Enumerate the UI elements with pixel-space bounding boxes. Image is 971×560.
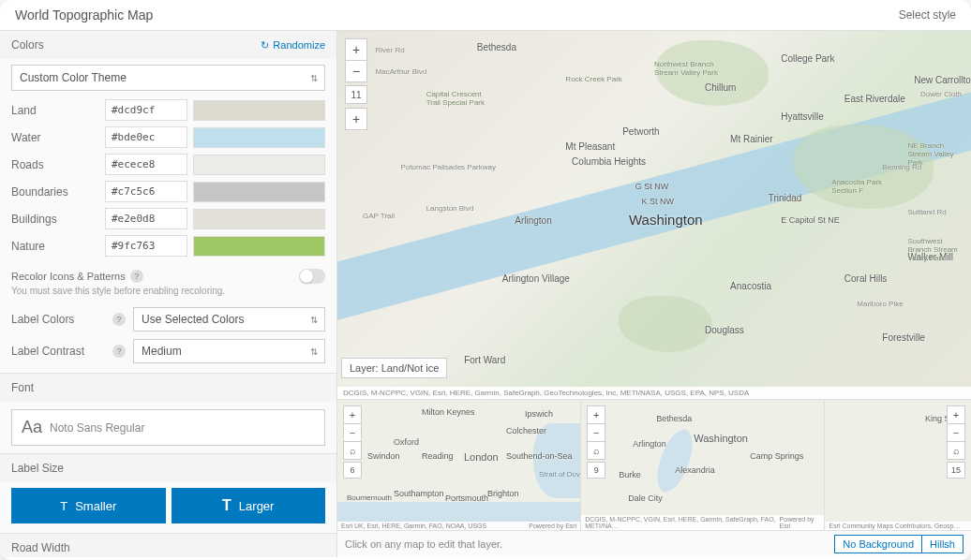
label-colors-label: Label Colors xyxy=(11,313,105,326)
color-swatch[interactable] xyxy=(193,236,325,257)
map-label: Oxford xyxy=(394,437,419,447)
road-width-section-title: Road Width xyxy=(11,541,70,554)
map-label: Bethesda xyxy=(656,414,692,423)
map-label: Anacostia xyxy=(730,281,771,291)
expand-button[interactable]: + xyxy=(345,108,367,130)
search-button[interactable]: ⌕ xyxy=(343,441,362,460)
help-icon[interactable]: ? xyxy=(112,345,126,358)
no-background-button[interactable]: No Background xyxy=(834,535,922,553)
park-shape xyxy=(619,296,712,352)
map-attribution: DCGIS, M-NCPPC, VGIN, Esri, HERE, Garmin… xyxy=(337,387,971,399)
map-label: Bournemouth xyxy=(347,494,392,502)
recolor-label: Recolor Icons & Patterns xyxy=(11,271,126,282)
zoom-in-button[interactable]: + xyxy=(343,405,362,424)
map-attribution: Esri UK, Esri, HERE, Garmin, FAO, NOAA, … xyxy=(341,523,486,529)
select-style-link[interactable]: Select style xyxy=(899,8,956,22)
color-hex-input[interactable] xyxy=(105,99,187,121)
mini-map-2[interactable]: Washington Arlington Alexandria Burke Da… xyxy=(581,400,825,530)
search-button[interactable]: ⌕ xyxy=(947,441,965,460)
map-label: E Capitol St NE xyxy=(781,215,840,225)
map-label: Douglass xyxy=(705,325,744,335)
recolor-toggle[interactable] xyxy=(299,269,325,284)
randomize-button[interactable]: ↻ Randomize xyxy=(261,39,325,52)
map-label: GAP Trail xyxy=(363,212,395,220)
color-item-label: Boundaries xyxy=(11,185,105,199)
larger-label: Larger xyxy=(239,499,275,513)
powered-by: Powered by Esri xyxy=(780,516,821,529)
color-hex-input[interactable] xyxy=(105,235,187,257)
help-icon[interactable]: ? xyxy=(130,270,143,283)
zoom-out-button[interactable]: − xyxy=(587,423,605,442)
color-hex-input[interactable] xyxy=(105,126,187,148)
map-label: Southampton xyxy=(394,489,444,498)
map-label: Milton Keynes xyxy=(422,407,475,417)
search-button[interactable]: ⌕ xyxy=(587,441,605,460)
map-label: Arlington Village xyxy=(502,273,570,284)
color-hex-input[interactable] xyxy=(105,208,187,229)
help-icon[interactable]: ? xyxy=(112,313,126,326)
map-label: Strait of Dover xyxy=(539,470,581,479)
map-label: Suitland Rd xyxy=(907,208,946,216)
zoom-in-button[interactable]: + xyxy=(345,38,367,61)
map-attribution: Esri Community Maps Contributors, Geosp… xyxy=(829,523,960,529)
zoom-in-button[interactable]: + xyxy=(587,405,605,424)
map-label: Mt Pleasant xyxy=(565,141,615,152)
map-label: Trinidad xyxy=(769,193,802,203)
color-item-label: Nature xyxy=(11,240,105,253)
map-label: River Rd xyxy=(376,46,405,54)
page-title: World Topographic Map xyxy=(15,7,153,22)
color-swatch[interactable] xyxy=(193,127,325,148)
map-label: Brighton xyxy=(487,489,519,498)
zoom-out-button[interactable]: − xyxy=(345,60,367,82)
map-label: Northwest Branch Stream Valley Park xyxy=(654,60,720,77)
map-attribution: DCGIS, M-NCPPC, VGIN, Esri, HERE, Garmin… xyxy=(585,516,779,529)
map-label: Reading xyxy=(422,451,454,461)
color-swatch[interactable] xyxy=(193,155,325,175)
map-label: Arlington xyxy=(515,215,551,226)
zoom-out-button[interactable]: − xyxy=(343,423,362,442)
map-label: Alexandria xyxy=(675,465,715,475)
text-smaller-icon: T xyxy=(60,499,67,513)
larger-button[interactable]: TLarger xyxy=(172,488,326,523)
text-larger-icon: T xyxy=(222,497,232,514)
label-colors-select[interactable]: Use Selected Colors xyxy=(133,307,325,332)
layer-badge: Layer: Land/Not ice xyxy=(341,358,447,378)
label-contrast-label: Label Contrast xyxy=(11,345,105,358)
main-map[interactable]: Washington Arlington Bethesda College Pa… xyxy=(337,31,971,399)
map-label: Potomac Palisades Parkway xyxy=(401,163,496,171)
smaller-label: Smaller xyxy=(75,499,116,513)
color-swatch[interactable] xyxy=(193,100,325,121)
powered-by: Powered by Esri xyxy=(529,523,576,529)
map-label: Bethesda xyxy=(477,42,516,52)
sidebar: Colors ↻ Randomize Custom Color Theme La… xyxy=(0,31,337,557)
map-label: Burke xyxy=(619,470,641,479)
color-swatch[interactable] xyxy=(193,182,325,202)
map-label-washington: Washington xyxy=(629,212,703,228)
map-label: Forestville xyxy=(882,332,925,343)
zoom-out-button[interactable]: − xyxy=(947,423,965,442)
mini-map-3[interactable]: King St Sy + − ⌕ 15 Esri Community Maps … xyxy=(825,400,971,530)
map-label: Dale City xyxy=(628,494,663,503)
color-hex-input[interactable] xyxy=(105,181,187,202)
map-label: Columbia Heights xyxy=(572,156,646,167)
color-swatch[interactable] xyxy=(193,209,325,229)
color-theme-select[interactable]: Custom Color Theme xyxy=(11,65,325,91)
map-label: MacArthur Blvd xyxy=(376,67,427,76)
font-picker[interactable]: Aa Noto Sans Regular xyxy=(11,409,325,446)
footer-hint: Click on any map to edit that layer. xyxy=(345,538,502,550)
map-label: Washington xyxy=(694,433,748,444)
map-label: Rock Creek Park xyxy=(565,75,621,83)
map-label: Southwest Branch Stream Valley Park xyxy=(907,237,964,262)
map-label: Camp Springs xyxy=(750,451,803,461)
font-glyph: Aa xyxy=(22,418,42,437)
map-label: College Park xyxy=(781,53,834,64)
hillshade-button[interactable]: Hillsh xyxy=(922,535,964,553)
mini-map-1[interactable]: Milton Keynes Ipswich Colchester Oxford … xyxy=(337,400,581,530)
map-label: Chillum xyxy=(705,82,736,93)
label-contrast-select[interactable]: Medium xyxy=(133,339,325,363)
map-label: Langston Blvd xyxy=(426,204,474,213)
randomize-icon: ↻ xyxy=(261,39,269,52)
color-hex-input[interactable] xyxy=(105,154,187,175)
smaller-button[interactable]: TSmaller xyxy=(11,488,166,523)
zoom-in-button[interactable]: + xyxy=(947,405,965,424)
